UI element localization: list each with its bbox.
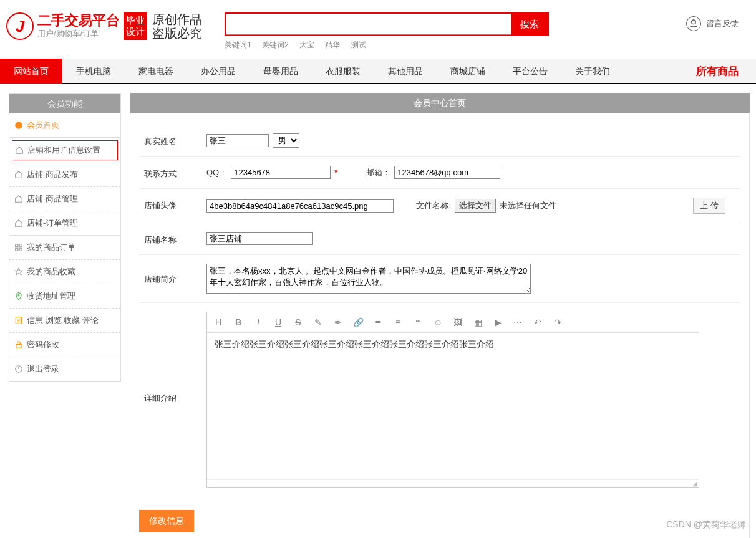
sidebar-item-home[interactable]: 会员首页 [9, 113, 120, 138]
content-title: 会员中心首页 [130, 93, 750, 113]
keyword-link[interactable]: 大宝 [299, 41, 314, 49]
nav-home[interactable]: 网站首页 [0, 59, 62, 84]
sidebar-item-address[interactable]: 收货地址管理 [9, 284, 120, 309]
star-icon [14, 267, 23, 276]
label-intro: 店铺简介 [144, 264, 206, 285]
label-detail: 详细介绍 [144, 312, 206, 404]
sidebar-item-goods[interactable]: 店铺-商品管理 [9, 187, 120, 211]
keyword-link[interactable]: 关键词1 [225, 41, 251, 49]
sidebar-item-password[interactable]: 密码修改 [9, 333, 120, 357]
sidebar-title: 会员功能 [9, 94, 120, 113]
link-icon[interactable]: 🔗 [353, 317, 363, 327]
email-input[interactable] [394, 166, 500, 179]
sidebar-item-label: 密码修改 [27, 339, 59, 350]
nav-about[interactable]: 关于我们 [561, 59, 624, 84]
feedback-link[interactable]: 留言反馈 [686, 12, 744, 31]
sidebar-item-label: 退出登录 [27, 363, 59, 375]
heading-icon[interactable]: H [213, 317, 223, 327]
keyword-link[interactable]: 测试 [351, 41, 366, 49]
submit-button[interactable]: 修改信息 [139, 510, 194, 532]
power-icon [14, 365, 23, 373]
all-goods-link[interactable]: 所有商品 [696, 64, 756, 79]
italic-icon[interactable]: I [253, 317, 263, 327]
image-icon[interactable]: 🖼 [453, 317, 463, 327]
code-icon[interactable]: ⋯ [513, 317, 523, 327]
realname-input[interactable] [206, 134, 269, 147]
required-star: * [334, 168, 337, 177]
nav-other[interactable]: 其他用品 [374, 59, 437, 84]
strike-icon[interactable]: S [293, 317, 303, 327]
sidebar-item-fav[interactable]: 我的商品收藏 [9, 260, 120, 284]
svg-rect-3 [19, 244, 22, 247]
keyword-link[interactable]: 精华 [325, 41, 340, 49]
sidebar-item-label: 店铺-商品管理 [27, 193, 78, 204]
nav-baby[interactable]: 母婴用品 [250, 59, 312, 84]
slogan: 原创作品 盗版必究 [152, 12, 202, 40]
sidebar-item-orders[interactable]: 店铺-订单管理 [9, 211, 120, 236]
search-input[interactable] [226, 14, 511, 35]
search-button[interactable]: 搜索 [511, 14, 548, 35]
search-box: 搜索 [225, 12, 549, 36]
list-icon[interactable]: ≣ [373, 317, 383, 327]
label-realname: 真实姓名 [144, 133, 206, 147]
table-icon[interactable]: ▦ [473, 317, 483, 327]
nav-notice[interactable]: 平台公告 [499, 59, 561, 84]
qq-input[interactable] [231, 166, 331, 179]
label-contact: 联系方式 [144, 166, 206, 180]
search-block: 搜索 关键词1 关键词2 大宝 精华 测试 [225, 12, 686, 50]
underline-icon[interactable]: U [273, 317, 283, 327]
row-storename: 店铺名称 [139, 223, 740, 255]
svg-rect-5 [19, 248, 22, 251]
align-icon[interactable]: ≡ [393, 317, 403, 327]
sidebar-item-myorders[interactable]: 我的商品订单 [9, 236, 120, 260]
editor-resize[interactable]: ◢ [207, 479, 699, 487]
editor-toolbar: H B I U S ✎ ✒ 🔗 ≣ ≡ ❝ ☺ 🖼 [207, 312, 699, 333]
logo-title: 二手交易平台 [37, 13, 120, 28]
row-detail: 详细介绍 H B I U S ✎ ✒ 🔗 ≣ ≡ [139, 303, 740, 496]
sidebar-item-settings[interactable]: 店铺和用户信息设置 [12, 140, 118, 160]
avatar-input[interactable] [206, 199, 394, 213]
eraser-icon[interactable]: ✎ [313, 317, 323, 327]
emoji-icon[interactable]: ☺ [433, 317, 443, 327]
bold-icon[interactable]: B [233, 317, 243, 327]
home-icon [15, 146, 24, 155]
redo-icon[interactable]: ↷ [553, 317, 563, 327]
gender-select[interactable]: 男 [273, 133, 299, 148]
storename-input[interactable] [206, 232, 313, 245]
nav-cloth[interactable]: 衣服服装 [312, 59, 374, 84]
sidebar-item-label: 我的商品订单 [27, 242, 75, 253]
sidebar-item-publish[interactable]: 店铺-商品发布 [9, 163, 120, 187]
form: 真实姓名 男 联系方式 QQ： * 邮箱： 店铺头像 [130, 113, 750, 538]
undo-icon[interactable]: ↶ [533, 317, 543, 327]
nav-store[interactable]: 商城店铺 [437, 59, 499, 84]
editor-body[interactable]: 张三介绍张三介绍张三介绍张三介绍张三介绍张三介绍张三介绍张三介绍 [207, 333, 699, 479]
video-icon[interactable]: ▶ [493, 317, 503, 327]
intro-textarea[interactable] [206, 264, 531, 294]
nav-office[interactable]: 办公用品 [187, 59, 250, 84]
svg-rect-8 [16, 344, 21, 348]
logo[interactable]: J 二手交易平台 用户/购物车/订单 毕业 设计 原创作品 盗版必究 [6, 12, 225, 40]
quote-icon[interactable]: ❝ [413, 317, 423, 327]
home-icon [14, 170, 23, 179]
svg-rect-4 [16, 248, 18, 251]
sidebar-item-info[interactable]: 信息 浏览 收藏 评论 [9, 309, 120, 333]
home-icon [14, 195, 23, 203]
nav-phone[interactable]: 手机电脑 [62, 59, 125, 84]
lock-icon [14, 340, 23, 349]
sidebar-item-label: 店铺和用户信息设置 [27, 145, 100, 156]
qq-label: QQ： [206, 167, 227, 178]
rich-editor: H B I U S ✎ ✒ 🔗 ≣ ≡ ❝ ☺ 🖼 [206, 312, 699, 488]
content: 会员中心首页 真实姓名 男 联系方式 QQ： * 邮箱： [130, 93, 750, 538]
editor-content: 张三介绍张三介绍张三介绍张三介绍张三介绍张三介绍张三介绍张三介绍 [215, 339, 691, 350]
sidebar-item-logout[interactable]: 退出登录 [9, 357, 120, 381]
home-icon [14, 121, 23, 130]
feedback-label: 留言反馈 [706, 18, 739, 29]
sidebar-item-label: 我的商品收藏 [27, 266, 75, 277]
main-nav: 网站首页 手机电脑 家电电器 办公用品 母婴用品 衣服服装 其他用品 商城店铺 … [0, 59, 756, 84]
grid-icon [14, 243, 23, 252]
nav-appliance[interactable]: 家电电器 [125, 59, 187, 84]
color-icon[interactable]: ✒ [333, 317, 343, 327]
keyword-link[interactable]: 关键词2 [262, 41, 289, 49]
choose-file-button[interactable]: 选择文件 [455, 199, 496, 213]
upload-button[interactable]: 上 传 [693, 198, 725, 214]
